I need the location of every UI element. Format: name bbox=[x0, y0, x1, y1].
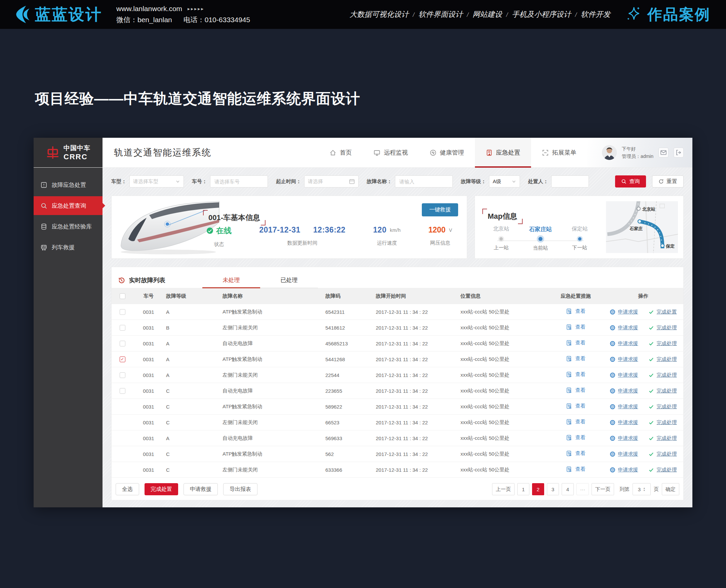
table-row: 0031C自动充电故障2236552017-12-31 11 : 34 : 22… bbox=[111, 383, 683, 399]
row-checkbox[interactable] bbox=[120, 325, 125, 331]
cell-fault-grade: A bbox=[164, 372, 221, 378]
view-link[interactable]: 查看 bbox=[566, 356, 585, 362]
request-label: 申请求援 bbox=[618, 356, 638, 362]
check-icon bbox=[648, 467, 654, 473]
column-header: 故障开始时间 bbox=[374, 293, 458, 299]
sidebar-item-fault-emergency[interactable]: 故障应急处置 bbox=[34, 175, 103, 194]
calendar-icon bbox=[349, 178, 355, 185]
export-report-button[interactable]: 导出报表 bbox=[223, 483, 257, 495]
nav-item-remote-monitor[interactable]: 远程监视 bbox=[363, 138, 419, 167]
table-row: 0031A自动充电故障5696332017-12-31 11 : 34 : 22… bbox=[111, 430, 683, 446]
row-checkbox[interactable] bbox=[120, 372, 125, 378]
search-icon bbox=[621, 179, 626, 184]
row-checkbox[interactable] bbox=[120, 388, 125, 394]
page-button-4[interactable]: 4 bbox=[562, 483, 574, 495]
complete-link[interactable]: 完成处理 bbox=[648, 435, 677, 441]
nav-item-health-manage[interactable]: 健康管理 bbox=[419, 138, 475, 167]
date-picker[interactable]: 请选择 bbox=[304, 175, 359, 188]
mail-icon[interactable] bbox=[659, 147, 668, 158]
view-link[interactable]: 查看 bbox=[566, 324, 585, 330]
next-page-button[interactable]: 下一页 bbox=[592, 483, 614, 495]
row-checkbox[interactable] bbox=[120, 357, 125, 362]
route-map-thumbnail[interactable]: 北京站 石家庄 保定 bbox=[606, 201, 678, 253]
query-button[interactable]: 查询 bbox=[615, 175, 646, 188]
view-link[interactable]: 查看 bbox=[566, 466, 585, 472]
request-rescue-link[interactable]: 申请求援 bbox=[610, 467, 638, 473]
request-rescue-link[interactable]: 申请求援 bbox=[610, 388, 638, 394]
search-icon bbox=[40, 202, 47, 209]
car-no-input[interactable] bbox=[214, 178, 264, 185]
view-link[interactable]: 查看 bbox=[566, 387, 585, 394]
sidebar-item-train-rescue[interactable]: 列车救援 bbox=[34, 238, 103, 257]
request-rescue-button[interactable]: 申请救援 bbox=[184, 483, 218, 495]
contact-block: www.lanlanwork.com ▸▸▸▸▸ 微信：ben_lanlan 电… bbox=[116, 3, 250, 25]
request-rescue-link[interactable]: 申请求援 bbox=[610, 372, 638, 378]
nav-item-home[interactable]: 首页 bbox=[319, 138, 363, 167]
complete-label: 完成处理 bbox=[657, 324, 677, 331]
view-link[interactable]: 查看 bbox=[566, 419, 585, 425]
sidebar-item-experience-lib[interactable]: 应急处置经验库 bbox=[34, 217, 103, 236]
complete-label: 完成处理 bbox=[657, 403, 677, 410]
page-button-3[interactable]: 3 bbox=[547, 483, 559, 495]
view-link[interactable]: 查看 bbox=[566, 435, 585, 441]
complete-link[interactable]: 完成处理 bbox=[648, 388, 677, 394]
complete-link[interactable]: 完成处理 bbox=[648, 467, 677, 473]
complete-link[interactable]: 完成处置 bbox=[648, 309, 677, 315]
view-link[interactable]: 查看 bbox=[566, 308, 585, 315]
complete-link[interactable]: 完成处理 bbox=[648, 419, 677, 426]
complete-link[interactable]: 完成处理 bbox=[648, 356, 677, 362]
cell-fault-grade: B bbox=[164, 325, 221, 331]
request-label: 申请求援 bbox=[618, 419, 638, 426]
lifebuoy-icon bbox=[610, 404, 616, 410]
complete-handle-button[interactable]: 完成处置 bbox=[145, 483, 178, 495]
sidebar-item-emergency-query[interactable]: 应急处置查询 bbox=[34, 196, 103, 215]
request-rescue-link[interactable]: 申请求援 bbox=[610, 419, 638, 426]
page-button-2[interactable]: 2 bbox=[532, 483, 544, 495]
row-checkbox[interactable] bbox=[120, 341, 125, 346]
page-button-1[interactable]: 1 bbox=[517, 483, 530, 495]
goto-page-input[interactable]: 3▲▼ bbox=[632, 483, 651, 495]
select-all-button[interactable]: 全选 bbox=[116, 483, 139, 495]
reset-button[interactable]: 重置 bbox=[652, 175, 684, 188]
car-type-select[interactable]: 请选择车型 bbox=[129, 175, 184, 188]
request-rescue-link[interactable]: 申请求援 bbox=[610, 340, 638, 347]
request-rescue-link[interactable]: 申请求援 bbox=[610, 356, 638, 362]
prev-page-button[interactable]: 上一页 bbox=[492, 483, 515, 495]
app-window: 中国中车 CRRC 轨道交通智能运维系统 首页远程监视健康管理应急处置拓展菜单 … bbox=[34, 138, 692, 507]
doc-search-icon bbox=[566, 403, 573, 409]
goto-confirm-button[interactable]: 确定 bbox=[662, 483, 679, 495]
one-key-rescue-button[interactable]: 一键救援 bbox=[422, 203, 458, 216]
view-link[interactable]: 查看 bbox=[566, 340, 585, 346]
page-title: 项目经验——中车轨道交通智能运维系统界面设计 bbox=[35, 89, 360, 108]
fault-name-input[interactable] bbox=[399, 178, 449, 185]
sparkle-star-icon bbox=[625, 6, 643, 23]
page-stepper-icon[interactable]: ▲▼ bbox=[643, 487, 645, 492]
avatar[interactable] bbox=[602, 145, 617, 160]
view-link[interactable]: 查看 bbox=[566, 403, 585, 409]
row-checkbox[interactable] bbox=[120, 309, 125, 315]
nav-item-emergency-handle[interactable]: 应急处置 bbox=[475, 138, 531, 167]
complete-link[interactable]: 完成处理 bbox=[648, 324, 677, 331]
complete-link[interactable]: 完成处理 bbox=[648, 403, 677, 410]
tab-pending[interactable]: 未处理 bbox=[202, 273, 260, 288]
request-label: 申请求援 bbox=[618, 451, 638, 457]
tab-handled[interactable]: 已处理 bbox=[260, 273, 318, 288]
select-all-checkbox[interactable] bbox=[120, 293, 125, 299]
request-rescue-link[interactable]: 申请求援 bbox=[610, 324, 638, 331]
complete-link[interactable]: 完成处理 bbox=[648, 340, 677, 347]
fault-grade-select[interactable]: A级 bbox=[489, 175, 520, 188]
home-icon bbox=[329, 149, 336, 156]
logout-icon[interactable] bbox=[673, 147, 684, 158]
check-icon bbox=[648, 388, 654, 394]
complete-link[interactable]: 完成处理 bbox=[648, 451, 677, 457]
view-link[interactable]: 查看 bbox=[566, 450, 585, 457]
nav-item-expand-menu[interactable]: 拓展菜单 bbox=[531, 138, 587, 167]
request-rescue-link[interactable]: 申请求援 bbox=[610, 403, 638, 410]
request-rescue-link[interactable]: 申请求援 bbox=[610, 435, 638, 441]
view-link[interactable]: 查看 bbox=[566, 371, 585, 378]
cell-fault-grade: A bbox=[164, 357, 221, 362]
request-rescue-link[interactable]: 申请求援 bbox=[610, 309, 638, 315]
handler-input[interactable] bbox=[555, 178, 585, 185]
request-rescue-link[interactable]: 申请求援 bbox=[610, 451, 638, 457]
complete-link[interactable]: 完成处理 bbox=[648, 372, 677, 378]
